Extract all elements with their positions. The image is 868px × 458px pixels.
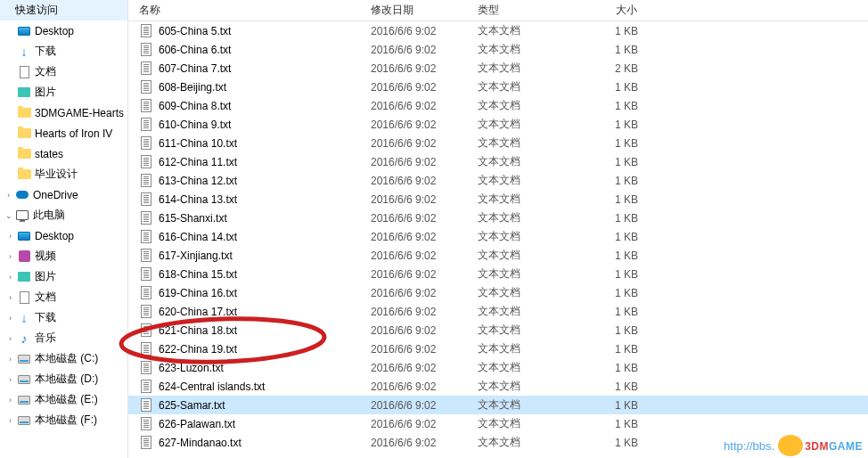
txt-file-icon	[139, 155, 153, 169]
sidebar-item[interactable]: 3DMGAME-Hearts	[0, 102, 127, 123]
file-row[interactable]: 620-China 17.txt 2016/6/6 9:02 文本文档 1 KB	[128, 302, 868, 321]
sidebar-item[interactable]: 文档	[0, 61, 127, 82]
this-pc[interactable]: ⌄ 此电脑	[0, 205, 127, 225]
sidebar-item[interactable]: › 文档	[0, 287, 127, 307]
disk-i-icon	[17, 393, 31, 407]
txt-file-icon	[139, 417, 153, 431]
spacer	[5, 169, 15, 179]
file-name: 625-Samar.txt	[159, 399, 225, 412]
sidebar-item[interactable]: states	[0, 143, 127, 164]
file-size: 1 KB	[567, 343, 656, 356]
file-row[interactable]: 605-China 5.txt 2016/6/6 9:02 文本文档 1 KB	[128, 21, 868, 40]
file-date: 2016/6/6 9:02	[360, 212, 467, 225]
sidebar-item-label: 下载	[35, 310, 56, 325]
file-type: 文本文档	[467, 248, 567, 263]
file-row[interactable]: 625-Samar.txt 2016/6/6 9:02 文本文档 1 KB	[128, 396, 868, 414]
file-size: 1 KB	[567, 231, 656, 243]
file-name: 605-China 5.txt	[159, 25, 231, 37]
file-row[interactable]: 616-China 14.txt 2016/6/6 9:02 文本文档 1 KB	[128, 227, 868, 246]
file-row[interactable]: 607-China 7.txt 2016/6/6 9:02 文本文档 2 KB	[128, 59, 868, 78]
sidebar-item[interactable]: › 本地磁盘 (D:)	[0, 369, 127, 389]
file-size: 1 KB	[567, 44, 656, 56]
file-row[interactable]: 615-Shanxi.txt 2016/6/6 9:02 文本文档 1 KB	[128, 209, 868, 227]
file-row[interactable]: 614-China 13.txt 2016/6/6 9:02 文本文档 1 KB	[128, 190, 868, 209]
header-size[interactable]: 大小	[567, 0, 656, 20]
sidebar-item[interactable]: Hearts of Iron IV	[0, 123, 127, 143]
file-date: 2016/6/6 9:02	[360, 156, 467, 168]
file-name: 623-Luzon.txt	[159, 362, 224, 374]
file-name-cell: 614-China 13.txt	[128, 192, 360, 207]
header-name[interactable]: 名称	[128, 0, 360, 20]
onedrive-label: OneDrive	[33, 189, 78, 201]
disk-i-icon	[17, 413, 31, 428]
file-row[interactable]: 606-China 6.txt 2016/6/6 9:02 文本文档 1 KB	[128, 40, 868, 59]
sidebar-item[interactable]: 图片	[0, 82, 127, 102]
file-row[interactable]: 619-China 16.txt 2016/6/6 9:02 文本文档 1 KB	[128, 283, 868, 302]
file-name-cell: 606-China 6.txt	[128, 43, 360, 57]
file-row[interactable]: 624-Central islands.txt 2016/6/6 9:02 文本…	[128, 377, 868, 396]
sidebar-item[interactable]: › 视频	[0, 246, 127, 266]
file-row[interactable]: 611-China 10.txt 2016/6/6 9:02 文本文档 1 KB	[128, 134, 868, 152]
sidebar-item-label: Desktop	[35, 230, 74, 242]
column-headers: 名称 修改日期 类型 大小	[128, 0, 868, 21]
file-type: 文本文档	[467, 61, 567, 76]
file-name-cell: 624-Central islands.txt	[128, 380, 360, 394]
file-date: 2016/6/6 9:02	[360, 399, 467, 412]
folder-y-icon	[17, 147, 31, 161]
file-date: 2016/6/6 9:02	[360, 231, 467, 243]
file-row[interactable]: 623-Luzon.txt 2016/6/6 9:02 文本文档 1 KB	[128, 358, 868, 377]
file-name-cell: 623-Luzon.txt	[128, 361, 360, 375]
sidebar-item[interactable]: › 本地磁盘 (E:)	[0, 389, 127, 410]
spacer	[5, 149, 15, 159]
file-size: 1 KB	[567, 306, 656, 318]
file-date: 2016/6/6 9:02	[360, 44, 467, 56]
watermark-face-icon	[778, 435, 803, 456]
file-list[interactable]: 605-China 5.txt 2016/6/6 9:02 文本文档 1 KB …	[128, 21, 868, 458]
txt-file-icon	[139, 230, 153, 244]
chevron-right-icon: ›	[5, 231, 15, 241]
file-row[interactable]: 626-Palawan.txt 2016/6/6 9:02 文本文档 1 KB	[128, 414, 868, 433]
chevron-right-icon: ›	[4, 190, 13, 200]
file-row[interactable]: 609-China 8.txt 2016/6/6 9:02 文本文档 1 KB	[128, 96, 868, 115]
onedrive[interactable]: › OneDrive	[0, 184, 127, 205]
down-i-icon: ↓	[17, 45, 31, 59]
header-type[interactable]: 类型	[467, 0, 567, 20]
sidebar-item[interactable]: › ♪ 音乐	[0, 328, 127, 348]
sidebar-item[interactable]: › 本地磁盘 (C:)	[0, 348, 127, 369]
file-row[interactable]: 613-China 12.txt 2016/6/6 9:02 文本文档 1 KB	[128, 171, 868, 190]
file-row[interactable]: 621-China 18.txt 2016/6/6 9:02 文本文档 1 KB	[128, 321, 868, 339]
sidebar-item[interactable]: › ↓ 下载	[0, 307, 127, 328]
file-type: 文本文档	[467, 341, 567, 356]
file-name-cell: 610-China 9.txt	[128, 118, 360, 132]
file-size: 1 KB	[567, 437, 656, 449]
sidebar-item-label: 图片	[35, 269, 56, 284]
sidebar-item[interactable]: › 本地磁盘 (F:)	[0, 410, 127, 430]
sidebar-item[interactable]: › 图片	[0, 266, 127, 287]
file-row[interactable]: 608-Beijing.txt 2016/6/6 9:02 文本文档 1 KB	[128, 78, 868, 96]
file-row[interactable]: 617-Xinjiang.txt 2016/6/6 9:02 文本文档 1 KB	[128, 246, 868, 265]
file-name-cell: 609-China 8.txt	[128, 99, 360, 113]
file-name: 624-Central islands.txt	[159, 380, 265, 393]
header-date[interactable]: 修改日期	[360, 0, 467, 20]
sidebar-item[interactable]: Desktop	[0, 20, 127, 41]
quick-access[interactable]: 快速访问	[0, 0, 127, 20]
file-row[interactable]: 622-China 19.txt 2016/6/6 9:02 文本文档 1 KB	[128, 339, 868, 358]
file-type: 文本文档	[467, 435, 567, 450]
sidebar-item[interactable]: › Desktop	[0, 225, 127, 246]
file-row[interactable]: 612-China 11.txt 2016/6/6 9:02 文本文档 1 KB	[128, 152, 868, 171]
sidebar-item[interactable]: ↓ 下载	[0, 41, 127, 61]
txt-file-icon	[139, 305, 153, 319]
sidebar-item-label: 本地磁盘 (D:)	[35, 372, 98, 387]
file-size: 1 KB	[567, 249, 656, 262]
sidebar-item-label: states	[35, 148, 63, 160]
folder-y-icon	[17, 127, 31, 141]
file-name: 608-Beijing.txt	[159, 81, 226, 94]
file-name: 610-China 9.txt	[159, 119, 231, 131]
file-row[interactable]: 610-China 9.txt 2016/6/6 9:02 文本文档 1 KB	[128, 115, 868, 134]
file-type: 文本文档	[467, 416, 567, 431]
spacer	[5, 46, 15, 56]
file-type: 文本文档	[467, 23, 567, 38]
sidebar-item[interactable]: 毕业设计	[0, 164, 127, 184]
file-name: 621-China 18.txt	[159, 324, 237, 337]
file-row[interactable]: 618-China 15.txt 2016/6/6 9:02 文本文档 1 KB	[128, 265, 868, 283]
